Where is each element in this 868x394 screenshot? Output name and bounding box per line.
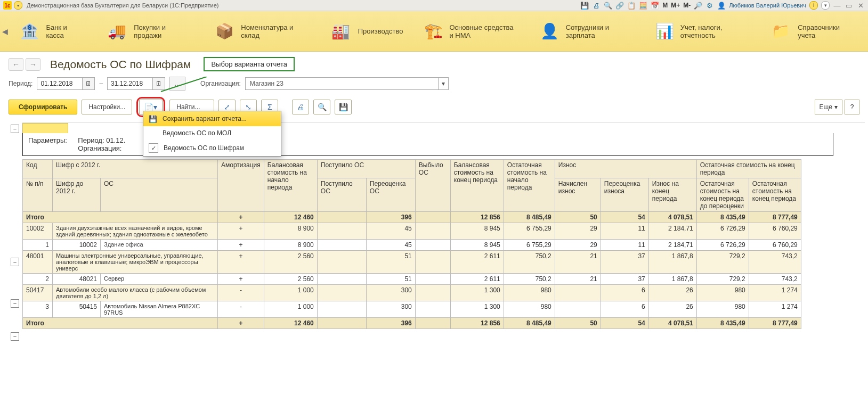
row-group-10002[interactable]: 10002 Здания двухэтажные всех назначений…	[23, 223, 801, 240]
th-periz: Переоценка износа	[601, 178, 648, 212]
tree-toggle-g1[interactable]: −	[11, 258, 19, 266]
clipboard-icon[interactable]: 📋	[627, 1, 636, 10]
period-choose-button[interactable]: …	[169, 77, 185, 91]
m-plus-button[interactable]: M+	[671, 2, 680, 9]
help-button[interactable]: ?	[845, 100, 859, 114]
th-amort: Амортизация	[218, 160, 264, 212]
more-button[interactable]: Еще▾	[815, 100, 842, 114]
th-ostpre: Остаточная стоимость на конец периода до…	[696, 178, 749, 212]
app-menu-dropdown[interactable]: ▾	[14, 1, 22, 10]
tree-toggle-g3[interactable]: −	[11, 332, 19, 341]
close-icon[interactable]: ✕	[856, 1, 865, 10]
section-stock[interactable]: 📦Номенклатура и склад	[204, 11, 320, 51]
th-iznos: Износ	[555, 160, 696, 178]
section-hr-icon: 👤	[540, 21, 559, 42]
section-bank-icon: 🏦	[19, 21, 40, 42]
m-minus-button[interactable]: M-	[683, 2, 691, 9]
m-button[interactable]: M	[662, 2, 668, 9]
th-balend: Балансовая стоимость на конец периода	[450, 160, 504, 212]
callout-label: Выбор варианта отчета	[204, 57, 295, 71]
current-user[interactable]: Любимов Валерий Юрьевич	[729, 2, 806, 9]
logo-1c-icon: 1c	[3, 1, 12, 10]
section-prod[interactable]: 🏭Производство	[320, 11, 414, 51]
th-kod: Код	[23, 160, 53, 178]
preview-button[interactable]: 🔍	[313, 100, 330, 114]
calendar-icon[interactable]: 📅	[651, 1, 659, 10]
th-nach: Начислен износ	[555, 178, 601, 212]
form-report-button[interactable]: Сформировать	[9, 100, 77, 114]
th-shifr: Шифр с 2012 г.	[53, 160, 218, 178]
sections-scroll-left[interactable]: ◀	[2, 11, 9, 51]
nav-forward-button[interactable]: →	[26, 58, 40, 71]
link-icon[interactable]: 🔗	[615, 1, 624, 10]
row-item-2[interactable]: 2 48021 Сервер + 2 560 51 2 611 750,2 21…	[23, 274, 801, 285]
row-total-bottom: Итого + 12 460 396 12 856 8 485,49 50 54…	[23, 318, 801, 329]
period-dash: –	[99, 80, 103, 87]
period-from-input[interactable]: 01.12.2018	[37, 77, 83, 90]
row-item-1[interactable]: 1 10002 Здание офиса + 8 900 45 8 945 6 …	[23, 240, 801, 251]
check-icon: ✓	[149, 143, 158, 153]
section-assets[interactable]: 🏗️Основные средства и НМА	[413, 11, 529, 51]
section-ref[interactable]: 📁Справочники учета	[760, 11, 868, 51]
save-report-button[interactable]: 💾	[335, 100, 352, 114]
section-prod-icon: 🏭	[330, 21, 352, 42]
section-hr[interactable]: 👤Сотрудники и зарплата	[529, 11, 645, 51]
th-balstart: Балансовая стоимость на начало периода	[264, 160, 317, 212]
save-variant-icon: 💾	[149, 114, 157, 123]
section-stock-icon: 📦	[215, 21, 234, 42]
calc-icon[interactable]: 🧮	[639, 1, 647, 10]
dropdown-variant-shifr[interactable]: ✓ Ведомость ОС по Шифрам	[143, 140, 281, 156]
row-group-48001[interactable]: 48001 Машины электронные универсальные, …	[23, 251, 801, 274]
print-button[interactable]: 🖨	[292, 100, 309, 114]
report-variant-dropdown: 💾 Сохранить вариант отчета... Ведомость …	[143, 111, 281, 157]
section-ref-icon: 📁	[770, 21, 791, 42]
print-icon[interactable]: 🖨	[592, 1, 601, 10]
row-group-50417[interactable]: 50417 Автомобили особо малого класса (с …	[23, 285, 801, 301]
info-icon[interactable]: i	[809, 1, 818, 10]
user-icon: 👤	[717, 1, 726, 10]
th-iznend: Износ на конец периода	[648, 178, 696, 212]
org-dropdown-icon[interactable]: ▾	[438, 78, 448, 89]
th-ostend: Остаточная стоимость на конец периода	[749, 178, 801, 212]
th-npp: № п/п	[23, 178, 53, 212]
th-post: Поступило ОС	[317, 160, 415, 178]
th-os: ОС	[101, 178, 218, 212]
system-titlebar: 1c ▾ Демонстрационная база Бухгалтерия д…	[0, 0, 868, 11]
save-icon[interactable]: 💾	[580, 1, 589, 10]
period-row: Период: 01.12.2018 🗓 – 31.12.2018 🗓 … Ор…	[0, 75, 868, 95]
maximize-icon[interactable]: ▭	[845, 1, 853, 10]
actions-row: Сформировать Настройки... 📄▾ Найти... ⤢ …	[0, 95, 868, 122]
org-select[interactable]: Магазин 23 ▾	[245, 77, 449, 90]
dropdown-variant-mol[interactable]: Ведомость ОС по МОЛ	[143, 126, 281, 140]
th-oststart: Остаточная стоимость на начало периода	[504, 160, 555, 212]
minimize-icon[interactable]: —	[833, 1, 841, 10]
report-table: Код Шифр с 2012 г. Амортизация Балансова…	[22, 159, 801, 329]
nav-back-button[interactable]: ←	[9, 58, 23, 71]
dropdown-save-variant[interactable]: 💾 Сохранить вариант отчета...	[143, 111, 281, 126]
section-sales-icon: 🚚	[107, 21, 127, 42]
period-from-calendar-icon[interactable]: 🗓	[83, 77, 95, 90]
window-title: Демонстрационная база Бухгалтерия для Бе…	[27, 2, 580, 9]
page-title: Ведомость ОС по Шифрам	[50, 58, 191, 71]
section-sales[interactable]: 🚚Покупки и продажи	[96, 11, 204, 51]
section-tax-icon: 📊	[655, 21, 674, 42]
nav-row: ← → Ведомость ОС по Шифрам Выбор вариант…	[0, 52, 868, 75]
section-tax[interactable]: 📊Учет, налоги, отчетность	[645, 11, 760, 51]
report-tab[interactable]	[22, 123, 68, 133]
row-item-3[interactable]: 3 50415 Автомобиль Nissan Almera P882XC …	[23, 301, 801, 318]
tree-toggle-g2[interactable]: −	[11, 299, 19, 308]
zoom-icon[interactable]: 🔎	[694, 1, 702, 10]
section-assets-icon: 🏗️	[424, 21, 443, 42]
org-value: Магазин 23	[246, 78, 438, 89]
section-bank[interactable]: 🏦Банк и касса	[9, 11, 96, 51]
search-globe-icon[interactable]: 🔍	[604, 1, 612, 10]
th-post2: Поступило ОС	[317, 178, 366, 212]
update-icon[interactable]: ⚙	[705, 1, 714, 10]
tree-toggle[interactable]: −	[11, 125, 19, 133]
period-to-input[interactable]: 31.12.2018	[107, 77, 153, 90]
period-to-calendar-icon[interactable]: 🗓	[153, 77, 165, 90]
th-shifrdo: Шифр до 2012 г.	[53, 178, 101, 212]
settings-button[interactable]: Настройки...	[82, 100, 132, 114]
report-body[interactable]: Параметры: Период: 01.12. Организация: К…	[22, 122, 865, 390]
chevron-down-icon[interactable]: ▾	[821, 1, 830, 10]
